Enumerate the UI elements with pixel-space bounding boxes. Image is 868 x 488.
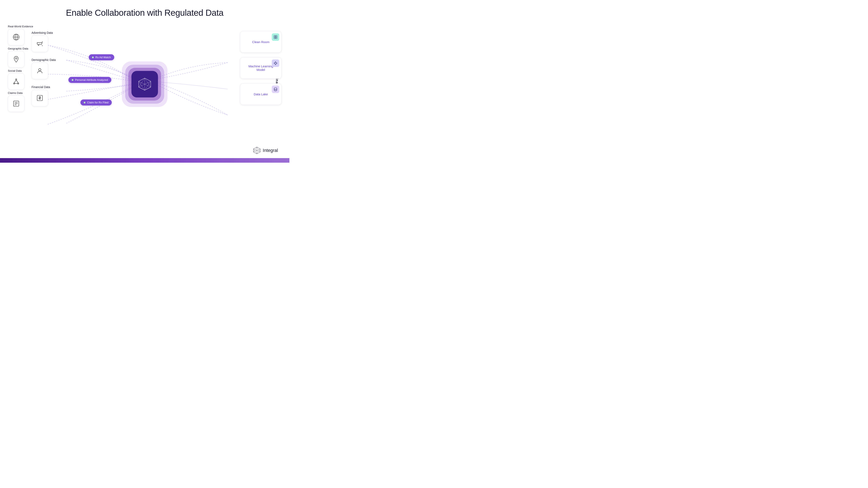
data-type-card-demographic [32, 63, 48, 79]
svg-point-4 [16, 79, 17, 80]
svg-point-28 [275, 62, 276, 62]
data-type-card-advertising [32, 35, 48, 52]
svg-line-33 [276, 62, 277, 63]
data-type-label-advertising: Advertising Data [32, 31, 53, 34]
dollar-icon [36, 95, 43, 101]
svg-rect-26 [274, 37, 276, 39]
svg-rect-24 [274, 36, 276, 37]
dest-icon-clean-room [272, 33, 279, 41]
integral-logo-icon [253, 147, 261, 154]
data-lake-icon [273, 87, 278, 91]
person-icon [36, 67, 43, 74]
source-item-social: Social Data [8, 69, 33, 90]
svg-point-14 [38, 69, 41, 71]
integral-logo-text: Integral [263, 148, 278, 153]
megaphone-icon [36, 40, 43, 47]
hub-outer1 [128, 68, 161, 100]
sources-container: Real-World Evidence Geographic Data Soci… [8, 25, 33, 112]
dest-icon-ml-model [272, 60, 279, 67]
svg-line-8 [16, 80, 18, 83]
destinations-container: Clean Room Machine Learning Model Data L… [240, 31, 281, 105]
svg-point-29 [274, 63, 275, 63]
source-label-social: Social Data [8, 69, 22, 72]
dest-card-clean-room: Clean Room [240, 31, 281, 53]
svg-point-3 [16, 58, 17, 59]
integral-logo: Integral [253, 147, 278, 154]
dest-icon-data-lake [272, 86, 279, 93]
network-icon [13, 78, 20, 85]
badge-rx-ad-watch: Rx Ad Watch [89, 54, 114, 60]
svg-rect-27 [276, 37, 277, 39]
globe-icon [13, 34, 20, 41]
bottom-bar [0, 158, 289, 163]
source-card-claims [8, 95, 25, 112]
source-item-rwe: Real-World Evidence [8, 25, 33, 45]
center-hub [122, 61, 167, 107]
data-type-advertising: Advertising Data [32, 31, 56, 52]
data-type-label-financial: Financial Data [32, 85, 50, 89]
source-item-claims: Claims Data [8, 91, 33, 112]
polyhedron-icon [137, 77, 152, 91]
location-icon [13, 56, 20, 63]
svg-point-31 [275, 64, 276, 65]
data-type-demographic: Demographic Data [32, 58, 56, 79]
svg-line-34 [275, 63, 275, 64]
badge-claim-rx: Claim for Rx Filed [81, 99, 112, 105]
source-label-geo: Geographic Data [8, 47, 28, 50]
source-label-claims: Claims Data [8, 91, 23, 95]
svg-line-7 [14, 80, 16, 83]
svg-line-32 [274, 62, 276, 63]
data-type-card-financial [32, 90, 48, 106]
data-types-container: Advertising Data Demographic Data Financ… [32, 31, 56, 106]
svg-rect-25 [276, 36, 277, 37]
source-label-rwe: Real-World Evidence [8, 25, 33, 28]
hub-outer3 [122, 61, 167, 107]
svg-point-30 [276, 63, 277, 63]
badge-personal-attribute-text: Personal Attribute Analyzed [75, 78, 108, 82]
badge-dot [92, 57, 94, 58]
badge-dot-2 [72, 79, 73, 81]
badge-personal-attribute: Personal Attribute Analyzed [68, 77, 111, 83]
hub-outer2 [125, 65, 164, 104]
dest-card-data-lake: Data Lake [240, 83, 281, 105]
source-card-rwe [8, 29, 25, 45]
page-title: Enable Collaboration with Regulated Data [0, 0, 289, 18]
dest-card-ml-model: Machine Learning Model [240, 57, 281, 79]
source-card-social [8, 73, 25, 90]
badge-claim-rx-text: Claim for Rx Filed [87, 101, 108, 104]
svg-line-35 [276, 63, 277, 64]
hub-inner [131, 71, 158, 97]
dest-label-clean-room: Clean Room [252, 40, 269, 44]
badge-dot-3 [84, 102, 85, 103]
clean-room-icon [273, 35, 278, 39]
data-type-financial: Financial Data [32, 85, 56, 106]
list-icon [13, 100, 20, 107]
ml-icon [273, 61, 278, 65]
source-card-geo [8, 51, 25, 68]
badge-rx-ad-watch-text: Rx Ad Watch [95, 56, 111, 59]
data-type-label-demographic: Demographic Data [32, 58, 56, 62]
source-item-geo: Geographic Data [8, 47, 33, 68]
dest-label-data-lake: Data Lake [254, 92, 268, 96]
